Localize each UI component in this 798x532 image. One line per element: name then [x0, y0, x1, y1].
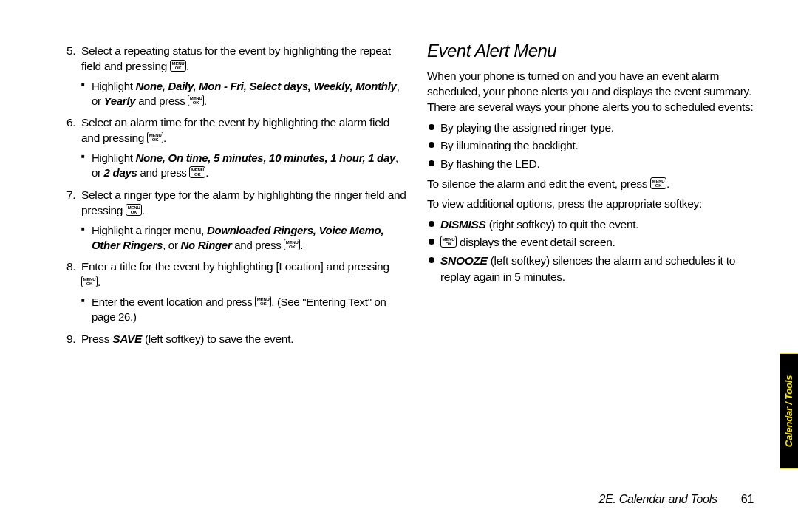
snooze-label: SNOOZE [440, 254, 488, 267]
instruction-list: 5. Select a repeating status for the eve… [66, 44, 406, 347]
menu-ok-key-icon: MENUOK [255, 296, 271, 307]
menu-ok-key-icon: MENUOK [126, 204, 142, 216]
menu-ok-key-icon: MENUOK [188, 95, 204, 106]
item-number: 9. [66, 332, 75, 347]
sub-text: Highlight a ringer menu, [92, 224, 207, 236]
sub-item: Highlight None, On time, 5 minutes, 10 m… [81, 151, 406, 180]
sub-item: Highlight None, Daily, Mon - Fri, Select… [81, 79, 406, 109]
page-footer: 2E. Calendar and Tools 61 [599, 493, 754, 506]
page-number: 61 [741, 493, 754, 505]
sub-text: , or [163, 239, 180, 251]
dismiss-label: DISMISS [440, 218, 486, 231]
text: displays the event detail screen. [457, 236, 615, 248]
list-item: 7. Select a ringer type for the alarm by… [66, 188, 406, 252]
item-text: Enter a title for the event by highlight… [81, 260, 389, 273]
section-heading: Event Alert Menu [427, 41, 763, 61]
sub-item: Enter the event location and press MENUO… [81, 295, 406, 324]
right-column: Event Alert Menu When your phone is turn… [427, 41, 763, 355]
sub-text: . [204, 95, 207, 107]
list-item: MENUOK displays the event detail screen. [427, 234, 763, 250]
sub-text: and press [137, 166, 190, 179]
item-number: 8. [66, 259, 75, 275]
text: (right softkey) to quit the event. [486, 218, 639, 231]
menu-ok-key-icon: MENUOK [147, 132, 163, 143]
footer-section: 2E. Calendar and Tools [599, 493, 717, 505]
sub-text: and press [135, 95, 188, 107]
list-item: By flashing the LED. [427, 156, 763, 172]
list-item: SNOOZE (left softkey) silences the alarm… [427, 253, 763, 286]
item-text: (left softkey) to save the event. [142, 332, 293, 345]
list-item: 8. Enter a title for the event by highli… [66, 259, 406, 324]
sub-text: and press [231, 239, 284, 251]
sub-options: 2 days [104, 166, 137, 179]
sub-options: None, On time, 5 minutes, 10 minutes, 1 … [136, 151, 395, 164]
item-text: . [142, 204, 145, 216]
manual-page: 5. Select a repeating status for the eve… [0, 0, 798, 532]
sub-text: Highlight [92, 151, 136, 164]
item-text: . [98, 276, 100, 288]
text: . [666, 177, 669, 190]
item-number: 5. [66, 44, 75, 59]
sub-text: Highlight [92, 80, 136, 92]
sub-text: . [205, 166, 208, 179]
sub-options: Yearly [104, 95, 136, 107]
sub-text: Enter the event location and press [92, 296, 255, 308]
list-item: 5. Select a repeating status for the eve… [66, 44, 406, 108]
options-list: DISMISS (right softkey) to quit the even… [427, 216, 763, 286]
text: To silence the alarm and edit the event,… [427, 177, 650, 190]
list-item: By playing the assigned ringer type. [427, 120, 763, 136]
item-text: . [163, 132, 166, 144]
menu-ok-key-icon: MENUOK [284, 239, 300, 250]
item-text: Select a repeating status for the event … [81, 44, 391, 72]
intro-paragraph: When your phone is turned on and you hav… [427, 69, 763, 115]
view-paragraph: To view additional options, press the ap… [427, 197, 763, 212]
item-text: Select an alarm time for the event by hi… [81, 116, 389, 144]
side-tab-label: Calendar / Tools [784, 375, 795, 447]
list-item: 9. Press SAVE (left softkey) to save the… [66, 332, 406, 347]
sub-options: None, Daily, Mon - Fri, Select days, Wee… [136, 80, 397, 92]
columns: 5. Select a repeating status for the eve… [66, 41, 767, 355]
item-text: . [186, 60, 189, 72]
side-tab: Calendar / Tools [780, 353, 798, 469]
list-item: 6. Select an alarm time for the event by… [66, 115, 406, 180]
save-label: SAVE [112, 332, 142, 345]
item-number: 6. [66, 115, 75, 131]
list-item: By illuminating the backlight. [427, 137, 763, 154]
menu-ok-key-icon: MENUOK [170, 60, 186, 72]
alert-methods-list: By playing the assigned ringer type. By … [427, 120, 763, 172]
menu-ok-key-icon: MENUOK [189, 166, 205, 178]
item-number: 7. [66, 188, 75, 203]
menu-ok-key-icon: MENUOK [440, 236, 457, 248]
sub-text: . [300, 239, 303, 251]
silence-paragraph: To silence the alarm and edit the event,… [427, 177, 763, 192]
menu-ok-key-icon: MENUOK [650, 177, 666, 189]
list-item: DISMISS (right softkey) to quit the even… [427, 216, 763, 233]
sub-options: No Ringer [180, 239, 231, 251]
left-column: 5. Select a repeating status for the eve… [66, 41, 406, 355]
item-text: Press [81, 332, 112, 345]
sub-item: Highlight a ringer menu, Downloaded Ring… [81, 223, 406, 253]
menu-ok-key-icon: MENUOK [81, 276, 98, 287]
